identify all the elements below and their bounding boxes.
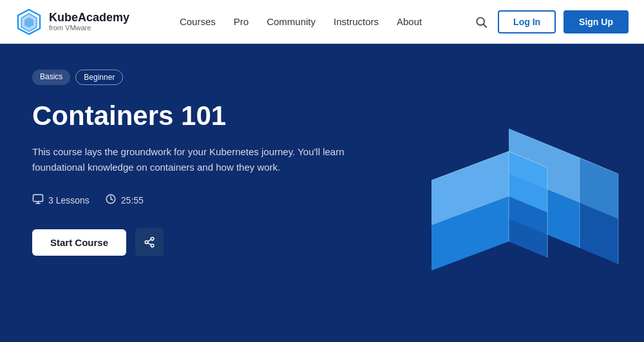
- logo-sub: from VMware: [49, 24, 129, 32]
- containers-illustration: [380, 90, 625, 296]
- svg-line-13: [147, 243, 151, 245]
- signup-button[interactable]: Sign Up: [564, 10, 629, 33]
- nav-about[interactable]: About: [397, 16, 422, 27]
- share-icon: [144, 236, 155, 248]
- main-nav: Courses Pro Community Instructors About: [180, 16, 422, 27]
- meta-row: 3 Lessons 25:55: [32, 193, 393, 207]
- logo[interactable]: KubeAcademy from VMware: [15, 8, 129, 35]
- hero-illustration: [380, 90, 625, 296]
- lessons-meta: 3 Lessons: [32, 193, 90, 207]
- nav-pro[interactable]: Pro: [234, 16, 249, 27]
- nav-courses[interactable]: Courses: [180, 16, 216, 27]
- header: KubeAcademy from VMware Courses Pro Comm…: [0, 0, 644, 44]
- search-button[interactable]: [472, 13, 490, 31]
- start-course-button[interactable]: Start Course: [32, 229, 126, 256]
- svg-line-14: [147, 240, 151, 242]
- duration-meta: 25:55: [105, 193, 144, 207]
- duration-label: 25:55: [121, 195, 144, 205]
- badge-beginner: Beginner: [75, 70, 123, 85]
- action-row: Start Course: [32, 228, 393, 256]
- hero-section: Basics Beginner Containers 101 This cour…: [0, 44, 644, 342]
- hero-content: Basics Beginner Containers 101 This cour…: [32, 70, 393, 256]
- nav-right: Log In Sign Up: [472, 10, 629, 33]
- hero-description: This course lays the groundwork for your…: [32, 144, 354, 175]
- svg-rect-6: [33, 195, 43, 202]
- badges: Basics Beginner: [32, 70, 393, 85]
- nav-instructors[interactable]: Instructors: [334, 16, 379, 27]
- clock-icon: [105, 193, 117, 207]
- lessons-icon: [32, 193, 44, 207]
- badge-basics: Basics: [32, 70, 70, 85]
- logo-text: KubeAcademy from VMware: [49, 12, 129, 32]
- lessons-label: 3 Lessons: [48, 195, 90, 205]
- share-button[interactable]: [135, 228, 164, 256]
- logo-icon: [15, 8, 43, 35]
- hero-title: Containers 101: [32, 100, 393, 131]
- nav-community[interactable]: Community: [267, 16, 316, 27]
- svg-line-5: [484, 24, 487, 27]
- search-icon: [475, 15, 488, 28]
- login-button[interactable]: Log In: [498, 10, 556, 33]
- logo-name: KubeAcademy: [49, 12, 129, 24]
